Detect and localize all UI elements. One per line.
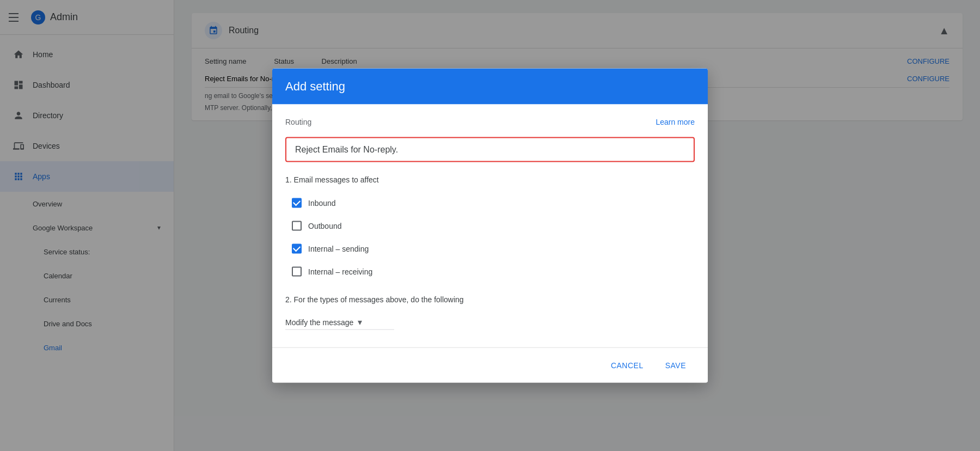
routing-label: Routing — [285, 118, 311, 126]
checkbox-group: Inbound Outbound Internal – sending Inte… — [285, 193, 695, 282]
modal-header: Add setting — [272, 69, 708, 105]
checkbox-inbound[interactable]: Inbound — [290, 193, 695, 214]
section2-label: 2. For the types of messages above, do t… — [285, 295, 695, 304]
outbound-label: Outbound — [308, 222, 342, 230]
checkbox-internal-receiving[interactable]: Internal – receiving — [290, 261, 695, 282]
internal-receiving-checkbox[interactable] — [292, 267, 302, 277]
dropdown-label: Modify the message — [285, 318, 353, 326]
routing-row: Routing Learn more — [285, 118, 695, 126]
checkbox-outbound[interactable]: Outbound — [290, 216, 695, 236]
modal-footer: CANCEL SAVE — [272, 348, 708, 383]
modal-body: Routing Learn more 1. Email messages to … — [272, 105, 708, 348]
internal-sending-label: Internal – sending — [308, 245, 369, 253]
dropdown-arrow-icon: ▾ — [358, 317, 362, 327]
outbound-checkbox[interactable] — [292, 221, 302, 231]
save-button[interactable]: SAVE — [657, 357, 695, 374]
dropdown-row: Modify the message ▾ — [285, 313, 695, 334]
section1-label: 1. Email messages to affect — [285, 175, 695, 184]
setting-name-input[interactable] — [285, 137, 695, 162]
checkbox-internal-sending[interactable]: Internal – sending — [290, 239, 695, 259]
cancel-button[interactable]: CANCEL — [602, 357, 652, 374]
learn-more-link[interactable]: Learn more — [656, 118, 695, 126]
inbound-label: Inbound — [308, 199, 336, 208]
inbound-checkbox[interactable] — [292, 198, 302, 208]
internal-sending-checkbox[interactable] — [292, 244, 302, 254]
modify-dropdown[interactable]: Modify the message ▾ — [285, 317, 394, 330]
modal-title: Add setting — [285, 80, 695, 94]
add-setting-modal: Add setting Routing Learn more 1. Email … — [272, 69, 708, 383]
internal-receiving-label: Internal – receiving — [308, 267, 372, 276]
